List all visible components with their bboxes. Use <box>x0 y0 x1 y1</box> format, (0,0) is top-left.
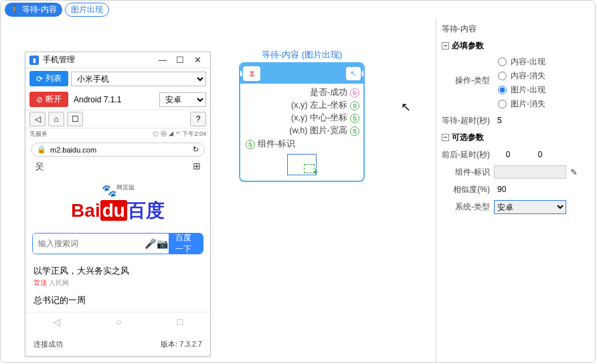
grid-icon[interactable]: ⊞ <box>193 161 201 173</box>
delay-after-input[interactable] <box>526 148 554 161</box>
collapse-icon[interactable]: − <box>442 42 449 50</box>
delay-before-input[interactable] <box>494 148 522 161</box>
delay-label: 前后-延时(秒) <box>442 149 490 161</box>
disconnect-button-label: 断开 <box>46 94 62 105</box>
phone-nav-bar: ◁ ○ □ <box>25 312 210 331</box>
timeout-input[interactable] <box>494 114 553 127</box>
input-component-label: 组件-标识 <box>258 139 295 150</box>
node-header[interactable]: ▸ ⧗ ↖ ▸ <box>240 64 363 84</box>
connection-status: 连接成功 <box>33 339 63 349</box>
component-id-field[interactable] <box>494 165 566 179</box>
radio-image-appear[interactable]: 图片-出现 <box>498 84 545 96</box>
disconnect-button[interactable]: ⊘ 断开 <box>29 92 68 107</box>
mic-icon[interactable]: 🎤 <box>144 234 156 254</box>
nav-back-button[interactable]: ◁ <box>29 112 46 126</box>
radio-content-appear[interactable]: 内容-出现 <box>498 56 545 68</box>
logo-tag: 网页版 <box>116 184 135 191</box>
timeout-label: 等待-超时(秒) <box>442 115 490 126</box>
baidu-logo: 🐾网页版 Baidu百度 <box>25 177 210 227</box>
section-optional[interactable]: − 可选参数 <box>442 129 590 146</box>
window-titlebar[interactable]: ▮ 手机管理 — ☐ ✕ <box>25 52 210 68</box>
system-type-label: 系统-类型 <box>442 201 490 213</box>
os-version-text: Android 7.1.1 <box>71 95 157 104</box>
pin-struct[interactable]: S <box>246 140 255 149</box>
hourglass-icon: ⧗ <box>243 66 260 81</box>
search-input[interactable] <box>33 234 144 254</box>
help-button[interactable]: ? <box>190 112 206 126</box>
search-button[interactable]: 百度一下 <box>169 234 203 254</box>
baidu-search-bar[interactable]: 🎤 📷 百度一下 <box>32 233 203 254</box>
pin-struct[interactable]: S <box>350 126 359 136</box>
url-text: m2.baidu.com <box>50 146 96 154</box>
close-button[interactable]: ✕ <box>189 55 206 65</box>
node-title: 等待-内容 (图片出现) <box>239 49 365 61</box>
reload-icon[interactable]: ↻ <box>193 145 199 154</box>
status-time: ◎ ⓦ ◢ ⁴⁷ 下午2:04 <box>153 130 206 139</box>
profile-icon[interactable]: 옷 <box>35 161 44 173</box>
device-select[interactable]: 小米手机 <box>71 72 206 86</box>
node-subtype-badge: 图片出现 <box>65 3 109 17</box>
sticky-tag: 置顶 <box>33 279 47 286</box>
phone-manager-window: ▮ 手机管理 — ☐ ✕ ⟳ 列表 小米手机 <box>25 52 211 357</box>
node-type-pill: 等待-内容 <box>5 3 62 17</box>
list-button[interactable]: ⟳ 列表 <box>29 71 68 86</box>
home-icon[interactable]: ○ <box>116 316 121 327</box>
news-text: 以学正风，大兴务实之风 <box>33 265 202 277</box>
output-size-label: (w,h) 图片-宽高 <box>289 125 347 136</box>
similarity-label: 相似度(%) <box>442 184 490 195</box>
collapse-icon[interactable]: − <box>442 134 449 141</box>
image-placeholder[interactable]: + <box>287 154 317 175</box>
window-title: 手机管理 <box>43 54 154 66</box>
radio-image-disappear[interactable]: 图片-消失 <box>498 98 545 110</box>
output-success-label: 是否-成功 <box>310 87 347 98</box>
person-icon <box>10 5 19 14</box>
mouse-cursor-icon: ↖ <box>401 100 411 114</box>
stop-icon: ⊘ <box>36 95 43 104</box>
maximize-button[interactable]: ☐ <box>171 55 189 65</box>
news-source: 人民网 <box>49 279 69 286</box>
platform-select[interactable]: 安卓 <box>159 92 206 107</box>
lock-icon: 🔒 <box>37 145 46 154</box>
system-type-select[interactable]: 安卓 <box>494 200 566 214</box>
component-id-label: 组件-标识 <box>442 167 490 178</box>
address-bar[interactable]: 🔒 m2.baidu.com ↻ <box>31 143 205 157</box>
status-bar: 无服务 ◎ ⓦ ◢ ⁴⁷ 下午2:04 <box>25 128 210 140</box>
pin-bool[interactable]: b <box>350 88 359 98</box>
camera-icon[interactable]: 📷 <box>156 234 168 254</box>
radio-content-disappear[interactable]: 内容-消失 <box>498 70 545 82</box>
pin-struct[interactable]: S <box>350 114 359 123</box>
properties-panel: 等待-内容 − 必填参数 操作-类型 内容-出现 内容-消失 图片-出现 图片-… <box>436 18 595 362</box>
node-type-label: 等待-内容 <box>22 4 57 15</box>
section-required-label: 必填参数 <box>452 40 484 52</box>
back-icon[interactable]: ◁ <box>53 316 60 327</box>
phone-screen[interactable]: 无服务 ◎ ⓦ ◢ ⁴⁷ 下午2:04 🔒 m2.baidu.com ↻ 옷 ⊞… <box>25 128 210 331</box>
section-required[interactable]: − 必填参数 <box>442 37 590 54</box>
version-label: 版本: 7.3.2.7 <box>161 339 202 349</box>
paw-icon: 🐾 <box>102 184 116 197</box>
pin-struct[interactable]: S <box>350 101 359 110</box>
news-item-1[interactable]: 以学正风，大兴务实之风 置顶 人民网 <box>25 260 210 293</box>
flow-node[interactable]: 等待-内容 (图片出现) ▸ ⧗ ↖ ▸ 是否-成功b (x,y) 左上-坐标S… <box>239 49 365 182</box>
edit-icon[interactable]: ✎ <box>570 167 578 177</box>
output-topleft-label: (x,y) 左上-坐标 <box>291 100 347 111</box>
recent-icon[interactable]: □ <box>177 316 182 327</box>
news-text: 总书记的一周 <box>33 294 202 306</box>
app-icon: ▮ <box>29 56 39 65</box>
nav-home-button[interactable]: ⌂ <box>48 112 64 126</box>
top-bar: 等待-内容 图片出现 <box>1 1 595 18</box>
list-button-label: 列表 <box>46 73 62 84</box>
panel-title: 等待-内容 <box>442 22 590 37</box>
op-type-label: 操作-类型 <box>442 56 490 86</box>
output-center-label: (x,y) 中心-坐标 <box>291 112 347 124</box>
nav-recent-button[interactable]: ☐ <box>67 112 83 126</box>
plus-icon: + <box>313 167 318 177</box>
similarity-input[interactable] <box>494 183 553 196</box>
section-optional-label: 可选参数 <box>452 132 484 143</box>
output-port[interactable] <box>361 70 365 78</box>
cursor-icon: ↖ <box>346 67 361 80</box>
refresh-icon: ⟳ <box>36 74 43 84</box>
news-item-2[interactable]: 总书记的一周 <box>25 293 210 312</box>
minimize-button[interactable]: — <box>154 55 171 65</box>
status-carrier: 无服务 <box>29 130 48 139</box>
